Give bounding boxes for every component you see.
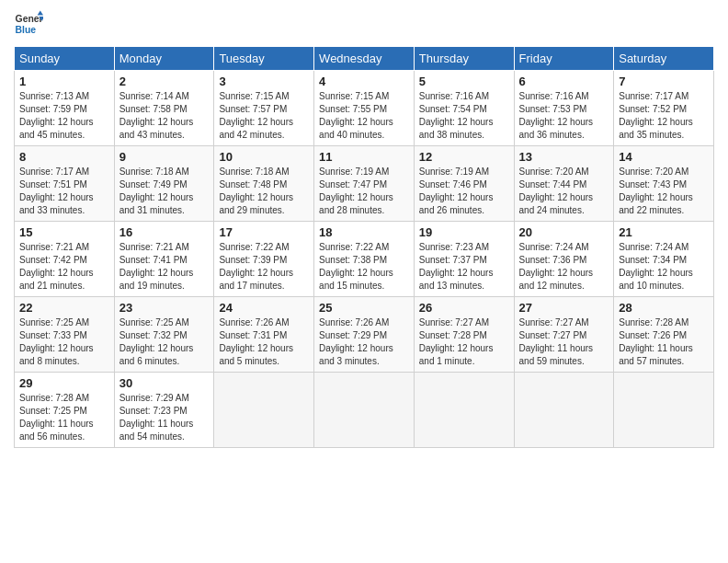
day-info: Sunrise: 7:19 AM Sunset: 7:46 PM Dayligh… <box>419 167 494 215</box>
day-number: 21 <box>619 225 709 239</box>
calendar-header-row: SundayMondayTuesdayWednesdayThursdayFrid… <box>15 47 714 71</box>
day-info: Sunrise: 7:20 AM Sunset: 7:44 PM Dayligh… <box>519 167 594 215</box>
calendar-cell <box>214 373 314 448</box>
calendar-cell: 13 Sunrise: 7:20 AM Sunset: 7:44 PM Dayl… <box>514 146 614 222</box>
calendar-cell: 4 Sunrise: 7:15 AM Sunset: 7:55 PM Dayli… <box>314 71 415 146</box>
calendar-cell: 1 Sunrise: 7:13 AM Sunset: 7:59 PM Dayli… <box>15 71 115 146</box>
day-info: Sunrise: 7:18 AM Sunset: 7:48 PM Dayligh… <box>219 167 293 215</box>
day-info: Sunrise: 7:26 AM Sunset: 7:29 PM Dayligh… <box>319 317 393 366</box>
calendar-cell: 25 Sunrise: 7:26 AM Sunset: 7:29 PM Dayl… <box>314 297 415 373</box>
day-number: 24 <box>219 301 309 315</box>
day-number: 22 <box>19 301 109 315</box>
day-info: Sunrise: 7:26 AM Sunset: 7:31 PM Dayligh… <box>219 317 293 366</box>
weekday-header-wednesday: Wednesday <box>314 47 415 71</box>
day-number: 3 <box>219 75 309 88</box>
day-number: 10 <box>219 150 309 164</box>
calendar-week-3: 15 Sunrise: 7:21 AM Sunset: 7:42 PM Dayl… <box>15 222 714 297</box>
weekday-header-thursday: Thursday <box>414 47 514 71</box>
day-number: 18 <box>319 225 409 239</box>
day-number: 7 <box>619 75 709 88</box>
day-info: Sunrise: 7:25 AM Sunset: 7:33 PM Dayligh… <box>19 317 94 366</box>
day-info: Sunrise: 7:25 AM Sunset: 7:32 PM Dayligh… <box>119 317 194 366</box>
day-info: Sunrise: 7:22 AM Sunset: 7:39 PM Dayligh… <box>219 242 293 291</box>
calendar-week-1: 1 Sunrise: 7:13 AM Sunset: 7:59 PM Dayli… <box>15 71 714 146</box>
day-info: Sunrise: 7:13 AM Sunset: 7:59 PM Dayligh… <box>19 91 94 140</box>
calendar-cell: 6 Sunrise: 7:16 AM Sunset: 7:53 PM Dayli… <box>514 71 614 146</box>
day-info: Sunrise: 7:18 AM Sunset: 7:49 PM Dayligh… <box>119 167 194 215</box>
day-info: Sunrise: 7:16 AM Sunset: 7:54 PM Dayligh… <box>419 91 494 140</box>
day-number: 27 <box>519 301 609 315</box>
day-number: 30 <box>119 376 210 390</box>
calendar-week-2: 8 Sunrise: 7:17 AM Sunset: 7:51 PM Dayli… <box>15 146 714 222</box>
day-number: 17 <box>219 225 309 239</box>
day-info: Sunrise: 7:19 AM Sunset: 7:47 PM Dayligh… <box>319 167 393 215</box>
day-info: Sunrise: 7:27 AM Sunset: 7:28 PM Dayligh… <box>419 317 494 366</box>
calendar-cell: 24 Sunrise: 7:26 AM Sunset: 7:31 PM Dayl… <box>214 297 314 373</box>
day-number: 15 <box>19 225 109 239</box>
calendar-week-4: 22 Sunrise: 7:25 AM Sunset: 7:33 PM Dayl… <box>15 297 714 373</box>
day-number: 9 <box>119 150 210 164</box>
day-number: 6 <box>519 75 609 88</box>
day-number: 4 <box>319 75 409 88</box>
day-number: 12 <box>419 150 509 164</box>
calendar-cell: 29 Sunrise: 7:28 AM Sunset: 7:25 PM Dayl… <box>15 373 115 448</box>
day-number: 29 <box>19 376 109 390</box>
calendar-cell: 12 Sunrise: 7:19 AM Sunset: 7:46 PM Dayl… <box>414 146 514 222</box>
page: General Blue SundayMondayTuesdayWednesda… <box>0 0 728 563</box>
weekday-header-monday: Monday <box>114 47 214 71</box>
calendar-cell: 19 Sunrise: 7:23 AM Sunset: 7:37 PM Dayl… <box>414 222 514 297</box>
calendar-cell: 5 Sunrise: 7:16 AM Sunset: 7:54 PM Dayli… <box>414 71 514 146</box>
calendar-cell: 3 Sunrise: 7:15 AM Sunset: 7:57 PM Dayli… <box>214 71 314 146</box>
day-info: Sunrise: 7:17 AM Sunset: 7:51 PM Dayligh… <box>19 167 94 215</box>
day-number: 13 <box>519 150 609 164</box>
calendar-cell: 7 Sunrise: 7:17 AM Sunset: 7:52 PM Dayli… <box>614 71 714 146</box>
day-number: 16 <box>119 225 210 239</box>
weekday-header-saturday: Saturday <box>614 47 714 71</box>
calendar-cell: 9 Sunrise: 7:18 AM Sunset: 7:49 PM Dayli… <box>114 146 214 222</box>
day-number: 19 <box>419 225 509 239</box>
calendar-cell: 16 Sunrise: 7:21 AM Sunset: 7:41 PM Dayl… <box>114 222 214 297</box>
calendar-cell: 10 Sunrise: 7:18 AM Sunset: 7:48 PM Dayl… <box>214 146 314 222</box>
calendar-cell: 30 Sunrise: 7:29 AM Sunset: 7:23 PM Dayl… <box>114 373 214 448</box>
calendar-cell <box>614 373 714 448</box>
day-info: Sunrise: 7:15 AM Sunset: 7:57 PM Dayligh… <box>219 91 293 140</box>
calendar-cell: 14 Sunrise: 7:20 AM Sunset: 7:43 PM Dayl… <box>614 146 714 222</box>
day-info: Sunrise: 7:16 AM Sunset: 7:53 PM Dayligh… <box>519 91 594 140</box>
day-number: 1 <box>19 75 109 88</box>
day-number: 5 <box>419 75 509 88</box>
day-number: 26 <box>419 301 509 315</box>
header: General Blue <box>14 9 714 39</box>
calendar-cell: 15 Sunrise: 7:21 AM Sunset: 7:42 PM Dayl… <box>15 222 115 297</box>
calendar-cell: 21 Sunrise: 7:24 AM Sunset: 7:34 PM Dayl… <box>614 222 714 297</box>
logo: General Blue <box>14 9 43 39</box>
day-info: Sunrise: 7:21 AM Sunset: 7:41 PM Dayligh… <box>119 242 194 291</box>
weekday-header-friday: Friday <box>514 47 614 71</box>
day-number: 2 <box>119 75 210 88</box>
calendar-week-5: 29 Sunrise: 7:28 AM Sunset: 7:25 PM Dayl… <box>15 373 714 448</box>
calendar-cell: 27 Sunrise: 7:27 AM Sunset: 7:27 PM Dayl… <box>514 297 614 373</box>
day-number: 8 <box>19 150 109 164</box>
day-info: Sunrise: 7:24 AM Sunset: 7:34 PM Dayligh… <box>619 242 693 291</box>
day-info: Sunrise: 7:14 AM Sunset: 7:58 PM Dayligh… <box>119 91 194 140</box>
day-info: Sunrise: 7:20 AM Sunset: 7:43 PM Dayligh… <box>619 167 693 215</box>
day-info: Sunrise: 7:28 AM Sunset: 7:25 PM Dayligh… <box>19 393 94 442</box>
svg-marker-2 <box>38 11 43 16</box>
day-number: 25 <box>319 301 409 315</box>
day-info: Sunrise: 7:23 AM Sunset: 7:37 PM Dayligh… <box>419 242 494 291</box>
calendar-cell <box>414 373 514 448</box>
calendar-cell: 20 Sunrise: 7:24 AM Sunset: 7:36 PM Dayl… <box>514 222 614 297</box>
day-info: Sunrise: 7:27 AM Sunset: 7:27 PM Dayligh… <box>519 317 594 366</box>
day-info: Sunrise: 7:24 AM Sunset: 7:36 PM Dayligh… <box>519 242 594 291</box>
day-number: 14 <box>619 150 709 164</box>
day-info: Sunrise: 7:15 AM Sunset: 7:55 PM Dayligh… <box>319 91 393 140</box>
day-info: Sunrise: 7:29 AM Sunset: 7:23 PM Dayligh… <box>119 393 194 442</box>
weekday-header-sunday: Sunday <box>15 47 115 71</box>
day-info: Sunrise: 7:22 AM Sunset: 7:38 PM Dayligh… <box>319 242 393 291</box>
calendar-cell: 26 Sunrise: 7:27 AM Sunset: 7:28 PM Dayl… <box>414 297 514 373</box>
day-number: 28 <box>619 301 709 315</box>
day-info: Sunrise: 7:28 AM Sunset: 7:26 PM Dayligh… <box>619 317 693 366</box>
svg-text:Blue: Blue <box>16 25 37 35</box>
calendar-cell: 11 Sunrise: 7:19 AM Sunset: 7:47 PM Dayl… <box>314 146 415 222</box>
svg-text:General: General <box>16 14 43 24</box>
day-info: Sunrise: 7:21 AM Sunset: 7:42 PM Dayligh… <box>19 242 94 291</box>
